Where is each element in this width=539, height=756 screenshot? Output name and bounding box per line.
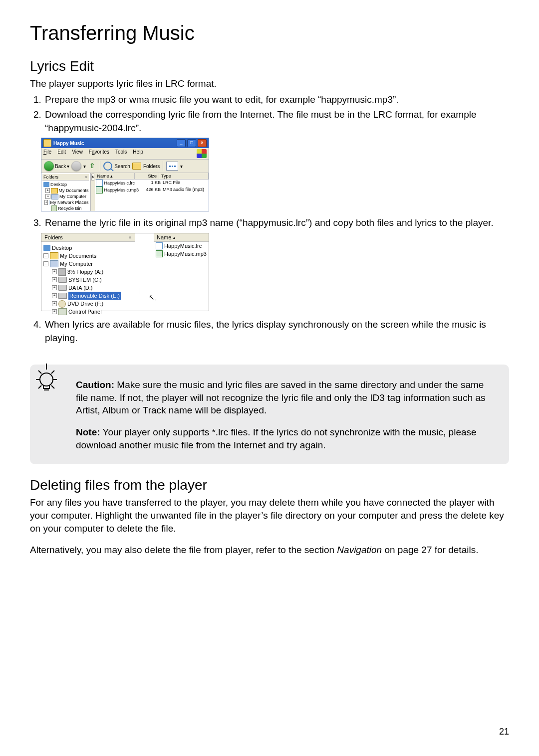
folders-button-icon[interactable]: [132, 163, 141, 170]
svg-line-8: [51, 385, 54, 388]
collapse-icon[interactable]: -: [43, 253, 48, 258]
tree-my-computer[interactable]: My Computer: [60, 260, 93, 268]
caution-text: Caution: Make sure the music and lyric f…: [76, 378, 496, 417]
collapse-icon[interactable]: -: [43, 261, 48, 266]
section-deleting-heading: Deleting files from the player: [30, 477, 509, 493]
mp3-file-icon: [156, 250, 163, 257]
screenshot-explorer-1: Happy Music _ □ × File Edit View Favorit…: [41, 138, 209, 211]
mp3-file-icon: [96, 187, 103, 193]
tree-recycle-bin[interactable]: Recycle Bin: [58, 205, 82, 211]
lrc-file-icon: [96, 180, 103, 187]
expand-icon[interactable]: +: [44, 200, 48, 205]
scrollbar[interactable]: ▴: [90, 173, 95, 211]
menu-favorites[interactable]: Favorites: [89, 149, 109, 158]
file-row[interactable]: HappyMusic.mp3 426 KB MP3 audio file (mp…: [95, 187, 209, 193]
minimize-button[interactable]: _: [177, 139, 186, 147]
folders-pane-header: Folders×: [41, 233, 135, 242]
lyrics-intro: The player supports lyric files in LRC f…: [30, 77, 509, 90]
menu-view[interactable]: View: [72, 149, 83, 158]
folder-tree: Desktop +My Documents +My Computer +My N…: [42, 181, 89, 211]
tree-dvd-f[interactable]: DVD Drive (F:): [67, 300, 103, 308]
close-pane-icon[interactable]: ×: [128, 234, 131, 240]
expand-icon[interactable]: +: [45, 188, 50, 193]
menu-file[interactable]: File: [43, 149, 51, 158]
expand-icon[interactable]: +: [52, 309, 57, 314]
tree-data-d[interactable]: DATA (D:): [68, 284, 92, 292]
file-row[interactable]: HappyMusic.mp3: [154, 250, 209, 258]
tree-system-c[interactable]: SYSTEM (C:): [68, 276, 102, 284]
tree-removable-e[interactable]: Removable Disk (E:): [68, 292, 121, 300]
deleting-p1: For any files you have transferred to th…: [30, 496, 509, 535]
menu-tools[interactable]: Tools: [115, 149, 127, 158]
computer-icon: [50, 260, 58, 267]
svg-line-7: [38, 385, 41, 388]
svg-point-0: [40, 373, 53, 386]
hdd-icon: [58, 285, 67, 291]
screenshot-explorer-2: Folders× Desktop -My Documents -My Compu…: [41, 233, 209, 311]
search-label[interactable]: Search: [114, 164, 130, 169]
folders-pane-header: Folders×: [42, 174, 89, 181]
expand-icon[interactable]: +: [52, 301, 57, 306]
column-headers: Name ▴: [154, 233, 209, 242]
tree-my-computer[interactable]: My Computer: [59, 193, 86, 199]
tree-desktop[interactable]: Desktop: [52, 244, 72, 252]
folders-button-label[interactable]: Folders: [143, 164, 160, 169]
maximize-button[interactable]: □: [187, 139, 196, 147]
svg-line-5: [38, 371, 41, 374]
desktop-icon: [43, 245, 50, 251]
folder-tree: Desktop -My Documents -My Computer +3½ F…: [41, 242, 135, 316]
menu-help[interactable]: Help: [133, 149, 143, 158]
floppy-icon: [58, 268, 66, 276]
tree-network[interactable]: My Network Places: [50, 199, 89, 205]
windows-logo-icon: [197, 149, 207, 158]
page-number: 21: [499, 727, 509, 737]
back-button[interactable]: Back ▾: [44, 161, 69, 171]
forward-button[interactable]: [71, 161, 81, 171]
control-panel-icon: [58, 308, 67, 315]
section-lyrics-edit-heading: Lyrics Edit: [30, 58, 509, 74]
network-icon: [49, 200, 49, 205]
page-title: Transferring Music: [30, 22, 509, 44]
tree-my-documents[interactable]: My Documents: [60, 252, 96, 260]
step-1: Prepare the mp3 or wma music file you wa…: [44, 93, 509, 107]
expand-icon[interactable]: +: [52, 277, 57, 282]
folder-icon: [51, 188, 57, 193]
window-title: Happy Music: [53, 141, 84, 146]
recycle-bin-icon: [51, 205, 57, 211]
deleting-p2: Alternatively, you may also delete the f…: [30, 544, 509, 557]
close-button[interactable]: ×: [198, 139, 207, 147]
lightbulb-icon: [31, 359, 62, 397]
column-headers: Name ▴ Size Type: [95, 173, 209, 180]
expand-icon[interactable]: +: [52, 293, 57, 298]
expand-icon[interactable]: +: [52, 285, 57, 290]
menu-bar: File Edit View Favorites Tools Help: [41, 148, 209, 160]
desktop-icon: [43, 182, 49, 187]
folder-icon: [50, 252, 58, 259]
dvd-icon: [58, 300, 66, 308]
note-text: Note: Your player only supports *.lrc fi…: [76, 426, 496, 451]
file-row[interactable]: HappyMusic.lrc: [154, 242, 209, 250]
tree-desktop[interactable]: Desktop: [50, 182, 67, 188]
step-3: Rename the lyric file in its original mp…: [44, 216, 509, 230]
menu-edit[interactable]: Edit: [57, 149, 66, 158]
lrc-file-icon: [156, 242, 163, 249]
folder-icon: [43, 139, 51, 147]
caution-note-box: Caution: Make sure the music and lyric f…: [30, 365, 509, 464]
removable-disk-icon: [58, 293, 67, 299]
up-button[interactable]: ⇧: [88, 162, 97, 171]
hdd-icon: [58, 277, 67, 283]
views-button[interactable]: [166, 162, 178, 171]
file-row[interactable]: HappyMusic.lrc 1 KB LRC File: [95, 180, 209, 187]
tree-floppy[interactable]: 3½ Floppy (A:): [67, 268, 103, 276]
step-4: When lyrics are available for music file…: [44, 318, 509, 345]
expand-icon[interactable]: +: [45, 194, 50, 199]
window-title-bar: Happy Music _ □ ×: [41, 138, 209, 148]
expand-icon[interactable]: +: [52, 269, 57, 274]
close-pane-icon[interactable]: ×: [85, 175, 87, 180]
tree-my-documents[interactable]: My Documents: [59, 188, 89, 193]
search-icon[interactable]: [103, 162, 112, 171]
step-2: Download the corresponding lyric file fr…: [44, 108, 509, 135]
tree-control-panel[interactable]: Control Panel: [68, 308, 102, 316]
cursor-icon: ↖+: [149, 293, 157, 303]
computer-icon: [51, 194, 58, 199]
